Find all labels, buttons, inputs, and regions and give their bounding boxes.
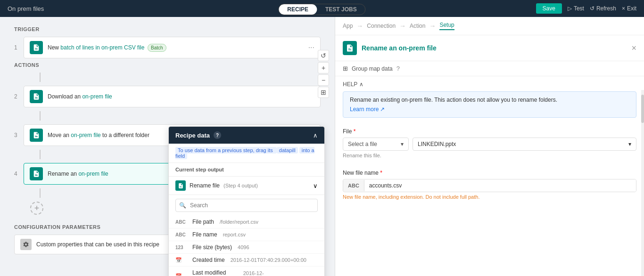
action-text-2: Download an on-prem file — [48, 93, 314, 100]
filename-prefix: ABC — [343, 180, 364, 191]
data-item-modified[interactable]: 📅 Last modified time 2016-12-01T07:40:29… — [169, 267, 324, 276]
group-map-icon: ⊞ — [343, 65, 348, 72]
popup-step-icon — [175, 180, 186, 191]
right-panel: App → Connection → Action → Setup Rename… — [335, 17, 644, 276]
left-panel: TRIGGER 1 New batch of lines in on-prem … — [0, 17, 335, 276]
filename-input[interactable] — [364, 179, 636, 192]
help-toggle[interactable]: HELP ∧ — [343, 81, 636, 88]
test-button[interactable]: ▷ Test — [568, 5, 584, 12]
group-map-row: ⊞ Group map data ? — [335, 61, 644, 76]
trigger-card[interactable]: New batch of lines in on-prem CSV file B… — [24, 37, 321, 58]
action-step-row-2: 2 Download an on-prem file — [14, 86, 321, 107]
dropdown-arrow: ▾ — [401, 141, 404, 147]
panel-header: Rename an on-prem file × — [335, 35, 644, 61]
nav-arrow-2: → — [399, 22, 406, 30]
topbar: On prem files RECIPE TEST JOBS Save ▷ Te… — [0, 0, 644, 17]
refresh-icon: ↺ — [590, 5, 594, 12]
data-item-created[interactable]: 📅 Created time 2016-12-01T07:40:29.000+0… — [169, 254, 324, 267]
zoom-fit-button[interactable]: ⊞ — [318, 87, 329, 98]
panel-header-left: Rename an on-prem file — [343, 41, 437, 55]
popup-collapse-icon[interactable]: ∧ — [313, 132, 318, 139]
data-item-filepath[interactable]: ABC File path /folder/report.csv — [169, 216, 324, 228]
nav-arrow-1: → — [356, 22, 363, 30]
connector-4 — [40, 188, 41, 198]
popup-header-left: Recipe data ? — [175, 131, 221, 139]
new-filename-label: New file name * — [343, 170, 636, 176]
panel-close-button[interactable]: × — [631, 43, 636, 53]
connector-2 — [40, 111, 41, 121]
trigger-step-num: 1 — [14, 44, 24, 51]
popup-help-icon[interactable]: ? — [214, 131, 221, 139]
zoom-plus-button[interactable]: + — [318, 62, 329, 73]
file-field-label: File * — [343, 128, 636, 135]
main-layout: TRIGGER 1 New batch of lines in on-prem … — [0, 17, 644, 276]
type-123: 123 — [175, 245, 189, 250]
popup-step-chevron[interactable]: ∨ — [313, 182, 318, 189]
file-select-dropdown[interactable]: Select a file ▾ — [343, 138, 409, 151]
scrollbar-track — [641, 90, 644, 276]
nav-setup[interactable]: Setup — [439, 22, 454, 30]
type-date-1: 📅 — [175, 257, 189, 263]
data-value-modified: 2016-12-01T07:40:29.000+00:00 — [243, 270, 318, 276]
popup-subtitle: To use data from a previous step, drag i… — [169, 144, 324, 163]
zoom-controls: ↺ + − ⊞ — [318, 50, 329, 98]
popup-header: Recipe data ? ∧ — [169, 127, 324, 144]
recipe-data-popup: Recipe data ? ∧ To use data from a previ… — [168, 126, 325, 276]
data-item-filesize[interactable]: 123 File size (bytes) 4096 — [169, 241, 324, 254]
type-abc-2: ABC — [175, 232, 189, 237]
step-num-2: 2 — [14, 93, 24, 100]
data-name-filename: File name — [192, 231, 217, 238]
save-button[interactable]: Save — [536, 3, 562, 14]
data-value-filename: report.csv — [223, 232, 246, 237]
group-map-text[interactable]: Group map data — [352, 65, 393, 72]
popup-step-name: Rename file — [190, 182, 220, 189]
search-input[interactable] — [175, 199, 318, 212]
data-item-filename[interactable]: ABC File name report.csv — [169, 228, 324, 241]
file-hint: Rename this file. — [343, 153, 636, 158]
action-icon-2 — [30, 90, 43, 103]
data-name-modified: Last modified time — [192, 269, 238, 276]
file-path-input[interactable]: LINKEDIN.pptx ▾ — [413, 138, 636, 151]
trigger-text: New batch of lines in on-prem CSV file B… — [48, 44, 304, 51]
data-value-filepath: /folder/report.csv — [220, 219, 258, 225]
refresh-button[interactable]: ↺ Refresh — [590, 5, 616, 12]
popup-step-badge: (Step 4 output) — [223, 183, 258, 188]
trigger-menu[interactable]: ··· — [308, 43, 314, 52]
popup-step-row[interactable]: Rename file (Step 4 output) ∨ — [169, 177, 324, 195]
tab-recipe[interactable]: RECIPE — [279, 4, 317, 15]
help-text: Rename an existing on-prem file. This ac… — [350, 97, 557, 103]
filename-input-row: ABC — [343, 179, 636, 192]
scrollbar-thumb[interactable] — [641, 95, 644, 123]
exit-button[interactable]: × Exit — [622, 5, 636, 12]
action-card-2[interactable]: Download an on-prem file — [24, 86, 321, 107]
search-icon: 🔍 — [179, 202, 186, 209]
zoom-refresh-button[interactable]: ↺ — [318, 50, 329, 61]
data-name-filepath: File path — [192, 219, 214, 225]
datapill-label: datapill — [277, 147, 298, 154]
close-icon: × — [622, 5, 625, 12]
trigger-label: TRIGGER — [14, 26, 321, 32]
test-icon: ▷ — [568, 5, 572, 12]
filename-hint: New file name, including extension. Do n… — [343, 194, 636, 200]
step-num-4: 4 — [14, 170, 24, 177]
action-icon-4 — [30, 167, 43, 180]
actions-label: ACTIONS — [14, 62, 321, 68]
data-value-created: 2016-12-01T07:40:29.000+00:00 — [231, 257, 306, 263]
add-step-button[interactable]: + — [30, 202, 43, 215]
data-name-filesize: File size (bytes) — [192, 244, 232, 251]
help-icon[interactable]: ? — [396, 65, 400, 72]
nav-action[interactable]: Action — [410, 23, 425, 29]
tab-test-jobs[interactable]: TEST JOBS — [317, 4, 365, 15]
popup-section-header: Current step output — [169, 163, 324, 177]
learn-more-link[interactable]: Learn more ↗ — [350, 106, 385, 113]
trigger-step-row: 1 New batch of lines in on-prem CSV file… — [14, 37, 321, 58]
nav-app[interactable]: App — [343, 23, 353, 29]
zoom-minus-button[interactable]: − — [318, 74, 329, 86]
step-num-3: 3 — [14, 132, 24, 138]
nav-arrow-3: → — [429, 22, 436, 30]
nav-connection[interactable]: Connection — [367, 23, 396, 29]
search-box: 🔍 — [175, 199, 318, 212]
file-form-section: File * Select a file ▾ LINKEDIN.pptx ▾ R… — [335, 122, 644, 170]
help-section: HELP ∧ Rename an existing on-prem file. … — [335, 76, 644, 122]
popup-step-left: Rename file (Step 4 output) — [175, 180, 258, 191]
